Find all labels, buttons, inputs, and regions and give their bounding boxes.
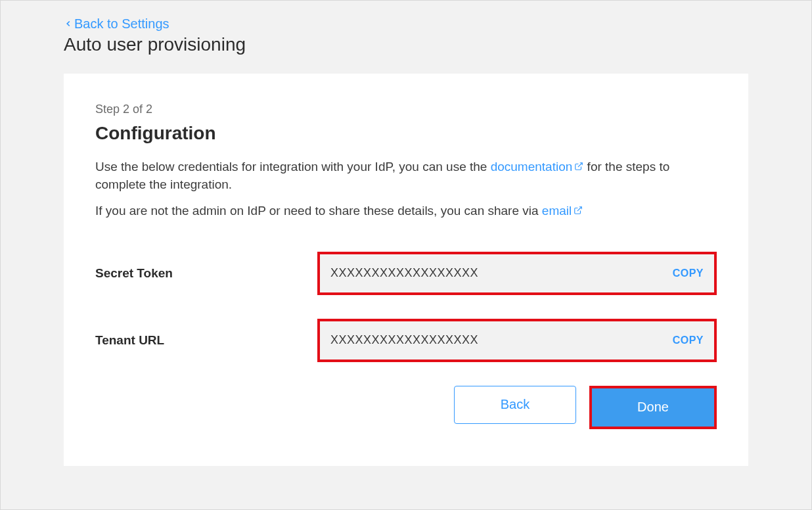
svg-line-0 [578, 163, 582, 167]
configuration-card: Step 2 of 2 Configuration Use the below … [64, 74, 748, 466]
svg-line-1 [577, 207, 581, 211]
card-title: Configuration [95, 123, 717, 144]
secret-token-field: XXXXXXXXXXXXXXXXXX COPY [317, 252, 717, 295]
copy-tenant-url-button[interactable]: COPY [673, 335, 704, 346]
tenant-url-row: Tenant URL XXXXXXXXXXXXXXXXXX COPY [95, 319, 717, 362]
done-button-highlight: Done [589, 386, 717, 429]
copy-secret-token-button[interactable]: COPY [673, 267, 704, 279]
back-button[interactable]: Back [454, 386, 576, 424]
step-indicator: Step 2 of 2 [95, 103, 717, 116]
secret-token-value: XXXXXXXXXXXXXXXXXX [330, 266, 478, 280]
email-link[interactable]: email [542, 202, 583, 220]
page-title: Auto user provisioning [64, 34, 748, 55]
secret-token-label: Secret Token [95, 266, 317, 281]
external-link-icon [574, 158, 583, 176]
done-button[interactable]: Done [592, 388, 714, 427]
chevron-left-icon [64, 16, 73, 32]
tenant-url-field: XXXXXXXXXXXXXXXXXX COPY [317, 319, 717, 362]
description-2: If you are not the admin on IdP or need … [95, 202, 717, 220]
secret-token-row: Secret Token XXXXXXXXXXXXXXXXXX COPY [95, 252, 717, 295]
action-buttons: Back Done [95, 386, 717, 429]
external-link-icon [574, 202, 583, 220]
tenant-url-value: XXXXXXXXXXXXXXXXXX [330, 333, 478, 347]
description-1: Use the below credentials for integratio… [95, 158, 717, 193]
documentation-link[interactable]: documentation [491, 158, 584, 176]
tenant-url-label: Tenant URL [95, 333, 317, 348]
back-to-settings-link[interactable]: Back to Settings [64, 16, 169, 32]
back-link-label: Back to Settings [74, 16, 169, 32]
